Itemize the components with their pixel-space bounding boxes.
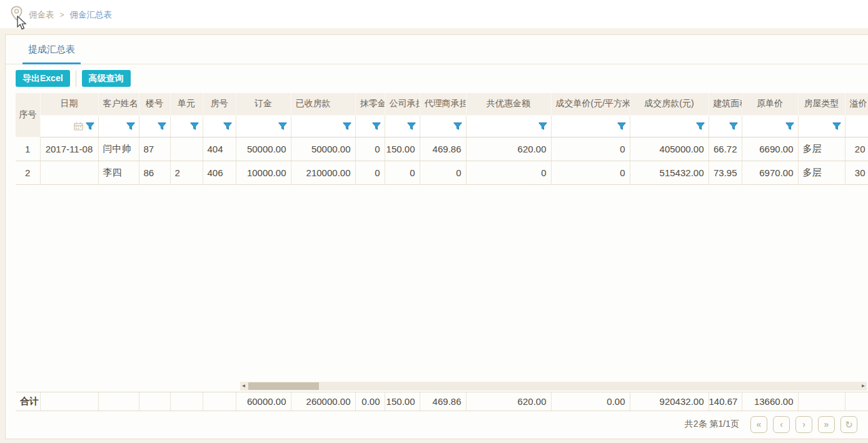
advanced-query-button[interactable]: 高级查询 [82,70,131,87]
scroll-left-arrow[interactable]: ◄ [240,382,247,391]
filter-cell-area [709,115,742,137]
filter-icon[interactable] [372,122,381,130]
cell-premium: 20 [845,137,868,161]
scroll-right-arrow[interactable]: ► [860,382,867,391]
filter-cell-unit_price [551,115,630,137]
header-cell-discount[interactable]: 共优惠金额 [466,93,551,115]
next-page-button[interactable]: › [795,416,812,433]
total-cell-building [139,392,170,411]
filter-row [16,115,868,137]
filter-icon[interactable] [278,122,287,130]
cell-date [40,161,98,184]
header-cell-unit_price[interactable]: 成交单价(元/平方米) [551,93,630,115]
calendar-icon[interactable] [74,122,83,131]
filter-icon[interactable] [86,122,94,130]
filter-cell-house_type [798,115,845,137]
cell-customer: 闫中帅 [98,137,139,161]
header-cell-area[interactable]: 建筑面积 [709,93,742,115]
filter-icon[interactable] [190,122,199,130]
table-row[interactable]: 12017-11-08闫中帅8740450000.0050000.000150.… [16,137,868,161]
cell-room: 404 [203,137,236,161]
filter-cell-discount [466,115,551,137]
filter-cell-room [203,115,236,137]
last-page-button[interactable]: » [818,416,835,433]
filter-cell-premium [845,115,868,137]
tab-label: 提成汇总表 [28,44,75,54]
cell-unit_price: 0 [551,137,630,161]
first-page-button[interactable]: « [750,416,767,433]
content-panel: 提成汇总表 导出Excel 高级查询 序号日期客户姓名楼号单元房号订金已收房款抹… [5,34,868,439]
scrollbar-thumb[interactable] [248,382,319,390]
cell-orig_price: 6690.00 [742,137,798,161]
cell-date: 2017-11-08 [40,137,98,161]
filter-icon[interactable] [343,122,351,130]
filter-icon[interactable] [617,122,626,130]
total-cell-orig_price: 13660.00 [742,392,798,411]
filter-icon[interactable] [832,122,841,130]
filter-icon[interactable] [538,122,547,130]
header-cell-date[interactable]: 日期 [40,93,98,115]
filter-cell-received [291,115,355,137]
filter-icon[interactable] [407,122,416,130]
total-cell-customer [98,392,139,411]
total-cell-seq: 合计 [16,392,40,411]
header-cell-unit[interactable]: 单元 [170,93,203,115]
total-cell-agent: 469.86 [420,392,466,411]
cell-deposit: 50000.00 [236,137,291,161]
total-cell-area: 140.67 [709,392,742,411]
export-excel-button[interactable]: 导出Excel [16,70,70,87]
cell-company: 0 [385,161,420,184]
filter-icon[interactable] [158,122,166,130]
filter-icon[interactable] [126,122,135,130]
header-cell-deposit[interactable]: 订金 [236,93,291,115]
total-cell-discount: 620.00 [466,392,551,411]
total-cell-company: 150.00 [385,392,420,411]
header-cell-room[interactable]: 房号 [203,93,236,115]
total-cell-deposit: 60000.00 [236,392,291,411]
cell-building: 86 [139,161,170,184]
header-cell-deal[interactable]: 成交房款(元) [630,93,709,115]
cell-agent: 469.86 [420,137,466,161]
filter-cell-rounding [355,115,385,137]
total-row-wrap: 合计60000.00260000.000.00150.00469.86620.0… [16,392,868,411]
header-cell-house_type[interactable]: 房屋类型 [798,93,845,115]
header-cell-premium[interactable]: 溢价 [845,93,868,115]
cell-deal: 405000.00 [630,137,709,161]
header-cell-orig_price[interactable]: 原单价 [742,93,798,115]
total-cell-deal: 920432.00 [630,392,709,411]
cell-unit: 2 [170,161,203,184]
filter-icon[interactable] [729,122,738,130]
prev-page-button[interactable]: ‹ [773,416,790,433]
filter-icon[interactable] [696,122,705,130]
table-row[interactable]: 2李四86240610000.00210000.0000000515432.00… [16,161,868,184]
cell-unit [170,137,203,161]
total-cell-rounding: 0.00 [355,392,385,411]
horizontal-scrollbar[interactable]: ◄ ► [240,382,867,391]
filter-cell-deal [630,115,709,137]
cell-customer: 李四 [98,161,139,184]
toolbar-divider [76,71,76,87]
header-cell-building[interactable]: 楼号 [139,93,170,115]
refresh-icon[interactable]: ↻ [840,416,857,433]
breadcrumb: 佣金表 > 佣金汇总表 [29,9,112,21]
filter-cell-building [139,115,170,137]
header-cell-company[interactable]: 公司承担 [385,93,420,115]
record-count-label: 共2条 第1/1页 [685,419,739,430]
breadcrumb-parent[interactable]: 佣金表 [29,9,54,21]
cell-room: 406 [203,161,236,184]
header-cell-agent[interactable]: 代理商承担 [420,93,466,115]
total-cell-room [203,392,236,411]
filter-icon[interactable] [453,122,462,130]
header-cell-customer[interactable]: 客户姓名 [98,93,139,115]
header-cell-rounding[interactable]: 抹零金额 [355,93,385,115]
total-cell-date [40,392,98,411]
cell-received: 210000.00 [291,161,355,184]
tab-commission-summary[interactable]: 提成汇总表 [23,35,81,64]
header-cell-received[interactable]: 已收房款 [291,93,355,115]
filter-cell-date [40,115,98,137]
cell-rounding: 0 [355,161,385,184]
breadcrumb-separator: > [60,11,64,19]
filter-icon[interactable] [785,122,794,130]
cell-received: 50000.00 [291,137,355,161]
filter-icon[interactable] [223,122,232,130]
